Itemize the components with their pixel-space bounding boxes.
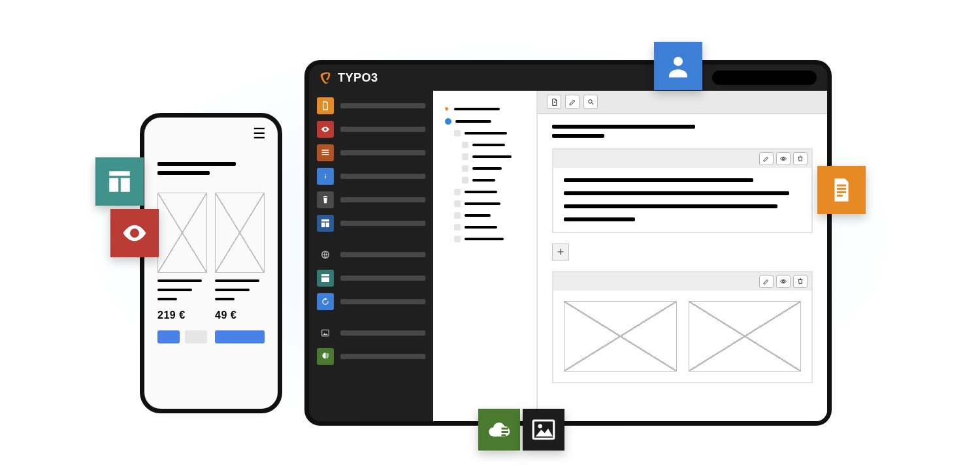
tree-node[interactable]	[442, 118, 529, 125]
content-image-placeholder	[564, 301, 677, 372]
svg-point-0	[132, 230, 137, 236]
product-primary-button[interactable]	[157, 330, 180, 343]
tree-box-icon	[462, 142, 468, 148]
tree-node[interactable]	[442, 130, 529, 136]
sidebar-item-reports[interactable]	[317, 348, 425, 365]
tree-label-placeholder	[472, 144, 505, 146]
document-icon	[817, 166, 866, 214]
content-text-placeholder	[564, 178, 753, 182]
phone-frame: ☰ 219 € 49 €	[140, 113, 282, 413]
tree-label-placeholder	[465, 214, 491, 217]
phone-product-card[interactable]: 49 €	[215, 193, 265, 343]
delete-element-button[interactable]	[793, 152, 808, 165]
filelist-icon	[317, 270, 334, 287]
app-header: TYPO3	[309, 65, 827, 91]
tree-node[interactable]	[442, 236, 529, 242]
content-text-placeholder	[564, 191, 789, 195]
edit-element-button[interactable]	[759, 275, 774, 288]
tree-label-placeholder	[465, 226, 497, 229]
sidebar-item-label	[340, 299, 425, 304]
tree-label-placeholder	[472, 155, 512, 158]
sidebar-item-page[interactable]	[317, 97, 425, 114]
sidebar-item-list[interactable]	[317, 144, 425, 161]
sidebar-item-label	[340, 127, 425, 132]
sidebar-item-recycler[interactable]	[317, 191, 425, 208]
sidebar-item-reload[interactable]	[317, 293, 425, 310]
sidebar-item-label	[340, 103, 425, 108]
tree-label-placeholder	[465, 132, 507, 135]
edit-button[interactable]	[565, 95, 580, 109]
tree-node[interactable]	[442, 212, 529, 219]
typo3-logo-icon	[319, 71, 333, 84]
tree-label-placeholder	[472, 167, 502, 170]
product-text-placeholder	[157, 279, 202, 282]
sidebar-item-label	[340, 354, 425, 359]
tree-node[interactable]	[442, 165, 529, 172]
sidebar-item-label	[340, 150, 425, 155]
reports-icon	[317, 348, 334, 365]
content-element[interactable]	[552, 148, 813, 233]
sidebar-item-template[interactable]	[317, 215, 425, 232]
tree-node[interactable]	[442, 224, 529, 230]
tree-dot-active-icon	[445, 118, 451, 125]
svg-point-4	[783, 158, 785, 160]
content-element[interactable]	[552, 271, 813, 383]
sidebar-item-sites[interactable]	[317, 246, 425, 263]
tree-node[interactable]	[442, 142, 529, 148]
new-content-button[interactable]	[547, 95, 561, 109]
sidebar-item-view[interactable]	[317, 121, 425, 138]
tree-node[interactable]	[442, 153, 529, 160]
product-secondary-button[interactable]	[185, 330, 207, 343]
phone-product-card[interactable]: 219 €	[157, 193, 207, 343]
tree-label-placeholder	[465, 191, 497, 193]
svg-point-3	[588, 99, 591, 103]
tree-node-root[interactable]	[442, 105, 529, 113]
tree-box-icon	[454, 189, 461, 195]
page-icon	[317, 97, 334, 114]
page-tree[interactable]	[433, 91, 538, 421]
delete-element-button[interactable]	[793, 275, 808, 288]
tree-node[interactable]	[442, 177, 529, 183]
tree-label-placeholder	[455, 120, 491, 123]
tree-label-placeholder	[465, 238, 504, 240]
layout-icon	[95, 157, 144, 206]
product-text-placeholder	[215, 289, 250, 291]
product-text-placeholder	[215, 279, 259, 282]
tree-box-icon	[454, 200, 461, 207]
sidebar-item-info[interactable]	[317, 168, 425, 185]
tree-box-icon	[462, 165, 468, 172]
toggle-element-button[interactable]	[776, 275, 791, 288]
toggle-element-button[interactable]	[776, 152, 791, 165]
product-image-placeholder	[215, 193, 265, 273]
product-text-placeholder	[157, 289, 192, 291]
search-button[interactable]	[583, 95, 598, 109]
product-text-placeholder	[215, 298, 235, 300]
info-icon	[317, 168, 334, 185]
content-text-placeholder	[564, 217, 635, 221]
phone-menu-icon[interactable]: ☰	[253, 125, 266, 142]
svg-point-8	[538, 424, 542, 428]
tree-node[interactable]	[442, 200, 529, 207]
tree-box-icon	[454, 130, 461, 136]
sidebar-item-label	[340, 174, 425, 179]
sidebar-item-media[interactable]	[317, 325, 425, 341]
product-image-placeholder	[157, 193, 207, 273]
svg-point-6	[674, 57, 683, 66]
phone-subheading-placeholder	[157, 171, 210, 175]
product-price: 49 €	[215, 309, 265, 321]
content-image-placeholder	[689, 301, 802, 372]
sidebar-item-label	[340, 221, 425, 226]
product-primary-button[interactable]	[215, 330, 265, 343]
tree-box-icon	[454, 236, 461, 242]
edit-element-button[interactable]	[759, 152, 774, 165]
tree-box-icon	[462, 177, 468, 183]
sidebar-item-label	[340, 252, 425, 257]
tree-box-icon	[462, 153, 468, 160]
product-text-placeholder	[157, 298, 177, 300]
tree-label-placeholder	[472, 179, 495, 182]
sidebar-item-filelist[interactable]	[317, 270, 425, 287]
add-content-button[interactable]: +	[552, 244, 569, 261]
recycler-icon	[317, 191, 334, 208]
tree-node[interactable]	[442, 189, 529, 195]
module-sidebar	[309, 91, 433, 421]
